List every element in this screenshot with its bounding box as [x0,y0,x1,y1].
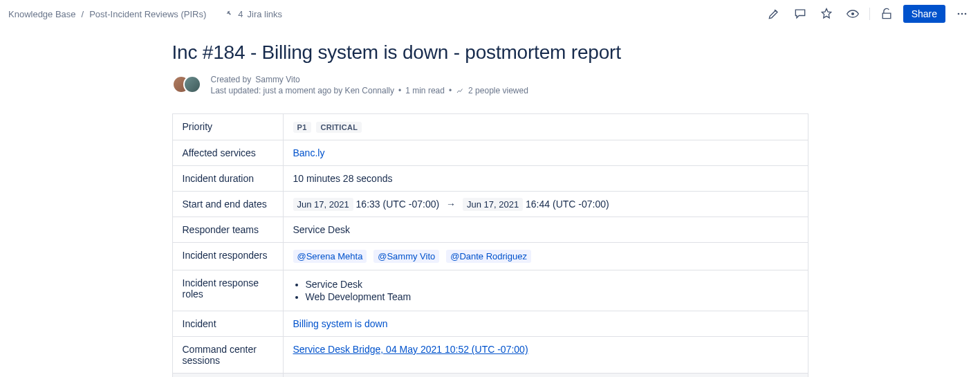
svg-point-1 [958,13,960,15]
prop-label: Start and end dates [172,192,283,217]
table-row: Start and end dates Jun 17, 2021 16:33 (… [172,192,808,217]
table-row: Postmortem owner @Sammy Vito [172,374,808,378]
incident-link[interactable]: Billing system is down [293,318,388,329]
avatar [183,75,201,93]
author-link[interactable]: Sammy Vito [255,75,299,84]
separator [869,8,870,20]
view-count: 2 people viewed [468,86,528,95]
properties-table: Priority P1 CRITICAL Affected services B… [172,113,808,377]
priority-badge: CRITICAL [316,122,362,133]
analytics-icon [456,86,464,95]
prop-value: Jun 17, 2021 16:33 (UTC -07:00) → Jun 17… [283,192,808,217]
breadcrumb-item[interactable]: Knowledge Base [8,9,76,19]
byline: Created by Sammy Vito Last updated: just… [172,75,808,95]
last-updated: Last updated: just a moment ago by Ken C… [211,86,395,95]
author-avatars[interactable] [172,75,203,95]
breadcrumb-item[interactable]: Post-Incident Reviews (PIRs) [89,9,206,19]
list-item: Web Development Team [306,291,798,302]
jira-links[interactable]: 4 Jira links [224,9,282,19]
edit-button[interactable] [764,4,784,24]
more-button[interactable] [952,4,972,24]
svg-point-3 [965,13,967,15]
user-mention[interactable]: @Serena Mehta [293,250,367,263]
roles-list: Service Desk Web Development Team [293,279,798,302]
prop-value: Service Desk [283,217,808,243]
table-row: Command center sessions Service Desk Bri… [172,337,808,374]
table-row: Affected services Banc.ly [172,140,808,166]
prop-label: Postmortem owner [172,374,283,378]
pin-icon [224,9,234,19]
created-by-label: Created by [211,75,252,84]
share-button[interactable]: Share [903,5,945,23]
page-actions: Share [764,4,972,24]
prop-label: Incident [172,311,283,337]
breadcrumb-separator: / [82,9,84,19]
date-chip: Jun 17, 2021 [293,198,353,211]
table-row: Incident Billing system is down [172,311,808,337]
prop-label: Priority [172,114,283,140]
list-item: Service Desk [306,279,798,290]
jira-links-label: Jira links [248,9,283,19]
jira-links-count: 4 [238,9,243,19]
comment-icon [793,7,807,21]
prop-label: Incident response roles [172,270,283,311]
arrow-icon: → [446,199,456,210]
prop-value: 10 minutes 28 seconds [283,166,808,192]
prop-label: Incident duration [172,166,283,192]
restrictions-button[interactable] [877,4,896,24]
prop-label: Responder teams [172,217,283,243]
table-row: Incident duration 10 minutes 28 seconds [172,166,808,192]
star-icon [820,7,833,21]
eye-icon [846,7,860,21]
page-title: Inc #184 - Billing system is down - post… [172,42,808,64]
table-row: Incident response roles Service Desk Web… [172,270,808,311]
svg-point-0 [851,12,854,15]
table-row: Incident responders @Serena Mehta @Sammy… [172,243,808,270]
table-row: Priority P1 CRITICAL [172,114,808,140]
priority-badge: P1 [293,122,311,133]
lock-open-icon [880,7,894,21]
star-button[interactable] [817,4,836,24]
user-mention[interactable]: @Dante Rodriguez [446,250,531,263]
read-time: 1 min read [405,86,445,95]
breadcrumb: Knowledge Base / Post-Incident Reviews (… [8,9,282,19]
svg-point-2 [961,13,963,15]
command-center-link[interactable]: Service Desk Bridge, 04 May 2021 10:52 (… [293,344,528,355]
comment-button[interactable] [791,4,810,24]
watch-button[interactable] [843,4,862,24]
prop-label: Incident responders [172,243,283,270]
prop-label: Command center sessions [172,337,283,374]
more-icon [955,7,969,21]
user-mention[interactable]: @Sammy Vito [373,250,439,263]
affected-service-link[interactable]: Banc.ly [293,147,325,158]
pencil-icon [767,7,781,21]
prop-label: Affected services [172,140,283,166]
table-row: Responder teams Service Desk [172,217,808,243]
date-chip: Jun 17, 2021 [463,198,523,211]
